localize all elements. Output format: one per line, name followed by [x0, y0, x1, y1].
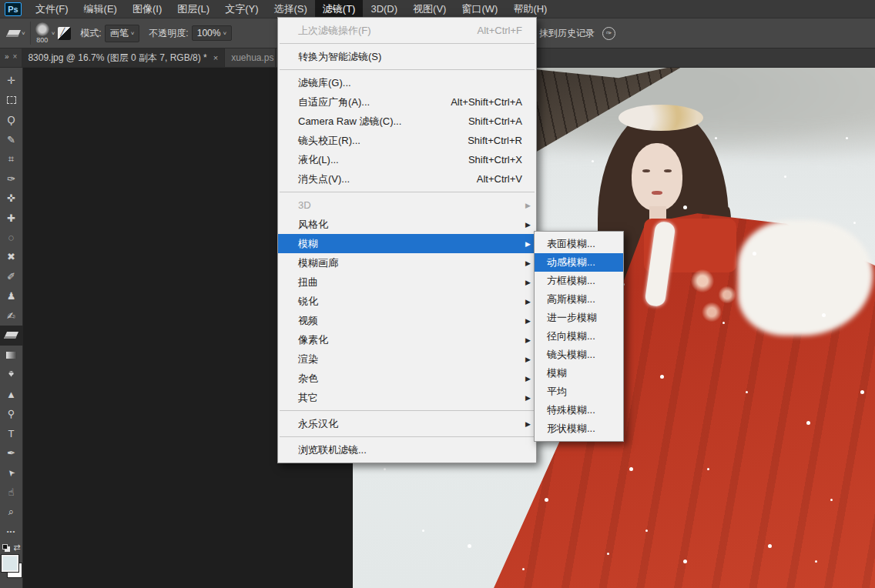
menu-separator	[280, 192, 535, 192]
pen-tool[interactable]: ✒	[0, 443, 23, 463]
type-tool[interactable]: T	[0, 423, 23, 443]
blur-drop-icon: ♠	[8, 369, 14, 380]
dodge-tool[interactable]: ⚲	[0, 404, 23, 423]
menu-item-convert-smart-filter[interactable]: 转换为智能滤镜(S)	[278, 47, 536, 66]
default-colors-icon[interactable]	[2, 544, 10, 552]
menu-window[interactable]: 窗口(W)	[454, 0, 505, 18]
menu-type[interactable]: 文字(Y)	[217, 0, 266, 18]
history-brush-tool[interactable]: ✍	[0, 306, 23, 326]
sharpen-tool[interactable]: ▲	[0, 385, 23, 404]
menu-item-motion-blur[interactable]: 动感模糊...	[535, 253, 623, 272]
menu-item-yongle-localization[interactable]: 永乐汉化▶	[278, 414, 536, 433]
eyedropper-tool[interactable]: ✑	[0, 169, 23, 188]
quick-selection-tool[interactable]: ✎	[0, 129, 23, 149]
lasso-icon: Ϙ	[7, 114, 15, 125]
color-controls: ⇄	[0, 543, 23, 588]
menu-item-smart-blur[interactable]: 特殊模糊...	[535, 401, 623, 419]
embroidery	[684, 260, 746, 329]
opacity-select[interactable]: 100% ˅	[192, 25, 232, 41]
menu-file[interactable]: 文件(F)	[28, 0, 76, 18]
lasso-tool[interactable]: Ϙ	[0, 110, 23, 129]
menu-item-render[interactable]: 渲染▶	[278, 349, 536, 369]
menu-select[interactable]: 选择(S)	[266, 0, 314, 18]
submenu-arrow-icon: ▶	[525, 221, 531, 229]
submenu-arrow-icon: ▶	[525, 336, 531, 344]
brush-size-picker[interactable]: 800	[35, 22, 49, 44]
menu-item-pixelate[interactable]: 像素化▶	[278, 330, 536, 349]
menu-item-sharpen[interactable]: 锐化▶	[278, 292, 536, 311]
menu-item-lens-blur[interactable]: 镜头模糊...	[535, 346, 623, 364]
menu-item-box-blur[interactable]: 方框模糊...	[535, 272, 623, 290]
path-selection-icon: ➤	[5, 466, 18, 478]
hand-icon: ☝	[8, 486, 15, 498]
menu-item-noise[interactable]: 杂色▶	[278, 369, 536, 388]
patch-tool[interactable]: ◌	[0, 228, 23, 247]
menu-item-blur[interactable]: 模糊▶	[278, 234, 536, 253]
hand-tool[interactable]: ☝	[0, 483, 23, 502]
spot-healing-tool[interactable]: ✜	[0, 189, 23, 208]
menu-item-average[interactable]: 平均	[535, 383, 623, 401]
menu-view[interactable]: 视图(V)	[405, 0, 454, 18]
menu-item-shape-blur[interactable]: 形状模糊...	[535, 419, 623, 438]
menu-item-filter-gallery[interactable]: 滤镜库(G)...	[278, 73, 536, 92]
eraser-icon	[4, 332, 18, 339]
airbrush-icon[interactable]: ✑	[602, 27, 615, 40]
brush-panel-toggle-icon[interactable]	[58, 27, 71, 40]
menu-edit[interactable]: 编辑(E)	[76, 0, 125, 18]
brush-tool[interactable]: ✐	[0, 267, 23, 286]
menu-item-surface-blur[interactable]: 表面模糊...	[535, 235, 623, 253]
content-aware-move-tool[interactable]: ✖	[0, 247, 23, 266]
menu-filter[interactable]: 滤镜(T)	[315, 0, 364, 18]
document-tab-inactive[interactable]: xuehua.ps	[225, 48, 276, 67]
menu-3d[interactable]: 3D(D)	[363, 0, 405, 18]
menu-item-other[interactable]: 其它▶	[278, 388, 536, 407]
menu-help[interactable]: 帮助(H)	[505, 0, 555, 18]
collapse-panels-icon[interactable]: »	[0, 48, 12, 67]
menu-item-video[interactable]: 视频▶	[278, 311, 536, 330]
crop-icon: ⌗	[8, 153, 14, 165]
menu-item-blur-more[interactable]: 进一步模糊	[535, 309, 623, 327]
close-tab-icon[interactable]: ×	[213, 53, 218, 62]
menu-item-distort[interactable]: 扭曲▶	[278, 272, 536, 292]
chevron-down-icon[interactable]: ˅	[52, 30, 55, 37]
crop-tool[interactable]: ⌗	[0, 149, 23, 169]
menu-item-liquify[interactable]: 液化(L)...Shift+Ctrl+X	[278, 150, 536, 169]
menu-item-radial-blur[interactable]: 径向模糊...	[535, 327, 623, 346]
close-icon[interactable]: ×	[12, 48, 22, 67]
submenu-arrow-icon: ▶	[525, 279, 531, 286]
document-tab-title: 8309.jpg @ 16.7% (图层 0 副本 7, RGB/8) *	[28, 52, 206, 65]
menu-item-browse-filters-online[interactable]: 浏览联机滤镜...	[278, 440, 536, 459]
hair-ornament	[619, 105, 703, 131]
menu-item-blur[interactable]: 模糊	[535, 364, 623, 383]
swap-colors-icon[interactable]: ⇄	[13, 543, 20, 553]
marquee-tool[interactable]	[0, 90, 23, 109]
menu-layer[interactable]: 图层(L)	[169, 0, 217, 18]
path-selection-tool[interactable]: ➤	[0, 463, 23, 482]
document-tab-active[interactable]: 8309.jpg @ 16.7% (图层 0 副本 7, RGB/8) * ×	[22, 48, 225, 67]
pen-icon: ✒	[7, 447, 15, 459]
menu-item-vanishing-point[interactable]: 消失点(V)...Alt+Ctrl+V	[278, 169, 536, 189]
menu-item-lens-correction[interactable]: 镜头校正(R)...Shift+Ctrl+R	[278, 131, 536, 150]
foreground-color-swatch[interactable]	[2, 555, 18, 572]
brush-size-value: 800	[36, 36, 48, 44]
tool-preset-picker[interactable]: ˅	[8, 30, 25, 37]
stamp-tool[interactable]: ♟	[0, 286, 23, 306]
edit-toolbar-button[interactable]: •••	[0, 522, 23, 541]
menu-item-blur-gallery[interactable]: 模糊画廊▶	[278, 253, 536, 272]
submenu-arrow-icon: ▶	[525, 317, 531, 325]
gradient-tool[interactable]	[0, 346, 23, 365]
erase-to-history-option[interactable]: 抹到历史记录 ✑	[539, 18, 615, 48]
menu-item-stylize[interactable]: 风格化▶	[278, 215, 536, 234]
eraser-tool[interactable]	[0, 326, 23, 345]
zoom-tool[interactable]: ⌕	[0, 502, 23, 521]
move-tool[interactable]: ✛	[0, 71, 23, 90]
healing-brush-tool[interactable]: ✚	[0, 208, 23, 227]
blur-tool[interactable]: ♠	[0, 365, 23, 384]
menu-item-camera-raw[interactable]: Camera Raw 滤镜(C)...Shift+Ctrl+A	[278, 112, 536, 131]
brush-icon: ✐	[7, 271, 15, 282]
divider	[30, 22, 31, 45]
mode-select[interactable]: 画笔 ˅	[105, 25, 140, 42]
menu-image[interactable]: 图像(I)	[125, 0, 169, 18]
menu-item-gaussian-blur[interactable]: 高斯模糊...	[535, 290, 623, 309]
menu-item-adaptive-wide-angle[interactable]: 自适应广角(A)...Alt+Shift+Ctrl+A	[278, 92, 536, 112]
